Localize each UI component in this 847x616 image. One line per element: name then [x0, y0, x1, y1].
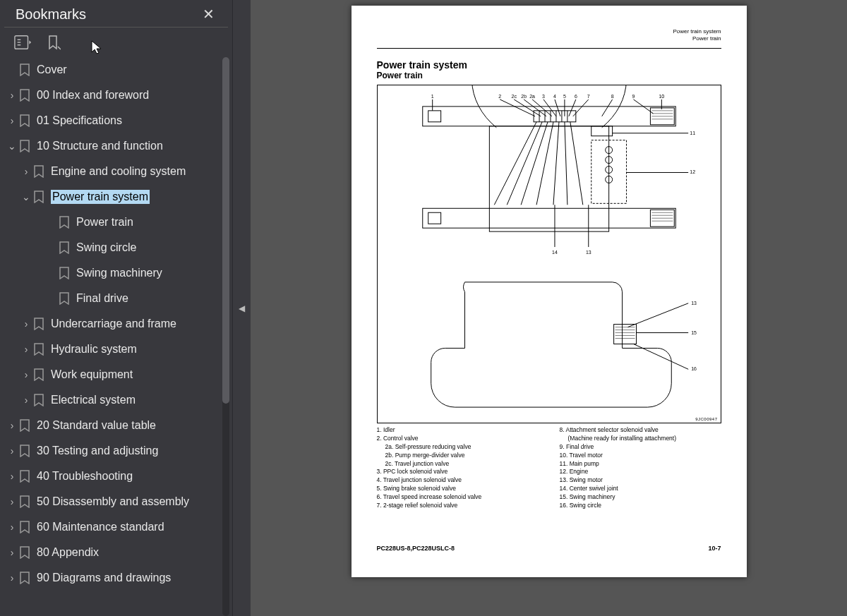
svg-line-50	[601, 99, 612, 116]
outline-options-icon[interactable]	[14, 35, 32, 50]
svg-line-46	[554, 99, 560, 116]
close-icon[interactable]: ✕	[200, 6, 217, 23]
svg-rect-0	[15, 36, 28, 49]
bookmark-icon	[59, 241, 69, 254]
chevron-right-icon[interactable]: ›	[4, 420, 20, 431]
bookmark-icon	[20, 419, 30, 432]
bookmark-icon	[20, 445, 30, 457]
bookmark-node[interactable]: ›01 Specifications	[4, 108, 232, 133]
chevron-right-icon[interactable]: ›	[18, 344, 34, 355]
bookmark-label: Engine and cooling system	[51, 165, 186, 177]
legend-item: 13. Swing motor	[560, 476, 721, 485]
bookmark-node[interactable]: ›00 Index and foreword	[4, 83, 232, 108]
legend-item: 6. Travel speed increase solenoid valve	[377, 493, 539, 502]
legend-item: 11. Main pump	[560, 460, 721, 469]
bookmark-node[interactable]: ⌄10 Structure and function	[4, 133, 232, 159]
bookmark-node[interactable]: ›Electrical system	[4, 387, 232, 413]
bookmark-node[interactable]: Swing circle	[4, 235, 232, 260]
bookmark-icon	[59, 216, 69, 229]
bookmark-icon	[34, 368, 44, 381]
chevron-right-icon[interactable]: ›	[18, 369, 34, 380]
chevron-right-icon[interactable]: ›	[18, 394, 34, 406]
bookmark-node[interactable]: ›40 Troubleshooting	[4, 464, 232, 489]
legend-item: 2c. Travel junction valve	[377, 460, 539, 469]
bookmark-icon	[20, 521, 30, 533]
bookmark-icon	[34, 191, 44, 203]
bookmark-node[interactable]: ›60 Maintenance standard	[4, 514, 232, 540]
svg-line-37	[553, 122, 558, 205]
chevron-right-icon[interactable]: ›	[4, 572, 20, 584]
svg-text:10: 10	[659, 94, 664, 99]
bookmark-node[interactable]: Swing machinery	[4, 260, 232, 286]
bookmark-icon	[59, 267, 69, 279]
bookmark-node[interactable]: ›Engine and cooling system	[4, 159, 232, 184]
bookmark-node[interactable]: ›80 Appendix	[4, 540, 232, 565]
legend-item: 5. Swing brake solenoid valve	[377, 485, 539, 493]
bookmark-label: 40 Troubleshooting	[37, 470, 133, 482]
bookmark-ribbon-icon[interactable]	[45, 35, 61, 50]
chevron-right-icon[interactable]: ›	[4, 115, 20, 126]
bookmark-label: 90 Diagrams and drawings	[37, 572, 171, 584]
svg-line-33	[494, 122, 536, 205]
bookmark-icon	[20, 114, 30, 127]
header-line-2: Power train	[673, 35, 721, 42]
chevron-down-icon[interactable]: ⌄	[18, 191, 34, 203]
legend-item: 10. Travel motor	[560, 452, 721, 460]
svg-text:2c: 2c	[511, 94, 517, 99]
legend-item: 15. Swing machinery	[560, 493, 721, 502]
chevron-right-icon[interactable]: ›	[4, 521, 20, 533]
chevron-right-icon[interactable]: ›	[4, 471, 20, 482]
bookmark-icon	[20, 140, 30, 152]
bookmark-node[interactable]: ›90 Diagrams and drawings	[4, 565, 232, 591]
legend-item: 14. Center swivel joint	[560, 485, 721, 493]
svg-text:5: 5	[563, 94, 565, 99]
svg-text:3: 3	[542, 94, 545, 99]
chevron-right-icon[interactable]: ›	[4, 90, 20, 101]
svg-line-39	[570, 122, 582, 205]
panel-resize-gutter[interactable]: ◀	[233, 0, 251, 616]
bookmark-label: 30 Testing and adjusting	[37, 445, 158, 457]
bookmark-label: Power train	[76, 216, 133, 228]
header-rule	[377, 48, 721, 49]
bookmark-label: 60 Maintenance standard	[37, 521, 164, 533]
bookmark-icon	[34, 343, 44, 356]
chevron-down-icon[interactable]: ⌄	[4, 140, 20, 152]
chevron-right-icon[interactable]: ›	[4, 496, 20, 507]
bookmark-node[interactable]: ›30 Testing and adjusting	[4, 438, 232, 464]
chevron-right-icon[interactable]: ›	[4, 547, 20, 558]
svg-text:14: 14	[552, 250, 558, 255]
chevron-right-icon[interactable]: ›	[18, 166, 34, 177]
document-viewport[interactable]: Power train system Power train Power tra…	[251, 0, 847, 616]
bookmarks-tree[interactable]: Cover›00 Index and foreword›01 Specifica…	[0, 57, 232, 616]
collapse-panel-icon[interactable]: ◀	[239, 303, 245, 313]
legend-item: 7. 2-stage relief solenoid valve	[377, 502, 539, 510]
chevron-right-icon[interactable]: ›	[18, 318, 34, 330]
bookmark-node[interactable]: Final drive	[4, 286, 232, 311]
svg-line-49	[572, 99, 588, 116]
bookmark-node[interactable]: ›Hydraulic system	[4, 337, 232, 362]
legend-item: 2a. Self-pressure reducing valve	[377, 443, 539, 452]
bookmark-label: Electrical system	[51, 394, 136, 406]
bookmark-node[interactable]: ›Work equipment	[4, 362, 232, 387]
diagram-id: 9JC00947	[695, 417, 717, 421]
page-h1: Power train system	[377, 59, 721, 71]
svg-line-34	[507, 122, 542, 205]
bookmark-label: 01 Specifications	[37, 114, 122, 126]
bookmark-node[interactable]: Power train	[4, 210, 232, 235]
bookmark-node[interactable]: ›50 Disassembly and assembly	[4, 489, 232, 514]
scrollbar-thumb[interactable]	[222, 57, 229, 404]
bookmark-icon	[20, 572, 30, 584]
bookmark-node[interactable]: ›20 Standard value table	[4, 413, 232, 438]
legend-item: 1. Idler	[377, 426, 539, 435]
footer-model: PC228US-8,PC228USLC-8	[377, 545, 455, 552]
bookmark-label: 20 Standard value table	[37, 419, 156, 431]
svg-rect-7	[422, 208, 675, 228]
bookmark-icon	[59, 292, 69, 305]
bookmark-icon	[34, 394, 44, 406]
bookmark-node[interactable]: Cover	[4, 57, 232, 83]
legend-item: 16. Swing circle	[560, 502, 721, 510]
bookmark-node[interactable]: ›Undercarriage and frame	[4, 311, 232, 337]
bookmark-node[interactable]: ⌄Power train system	[4, 184, 232, 210]
chevron-right-icon[interactable]: ›	[4, 445, 20, 457]
svg-text:16: 16	[691, 366, 697, 371]
